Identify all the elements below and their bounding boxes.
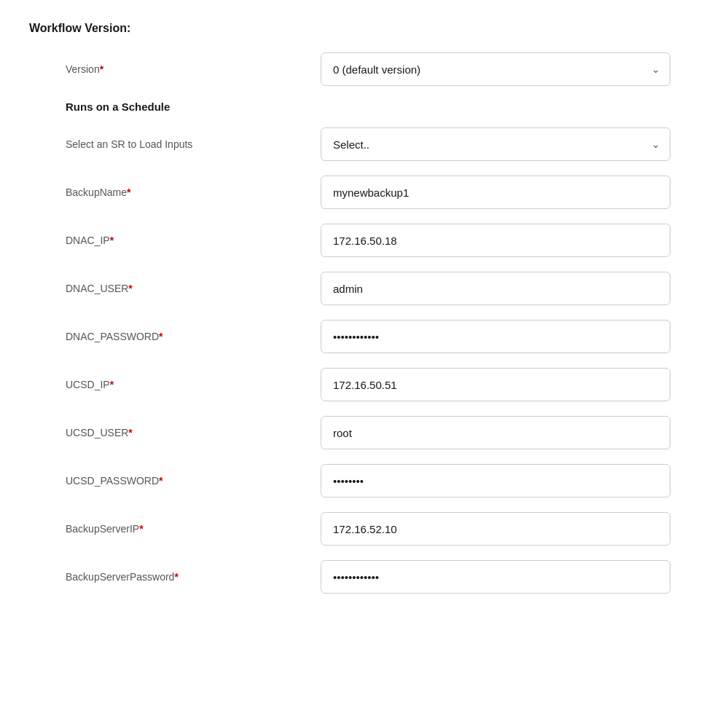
ucsd_password-input[interactable] (321, 464, 670, 497)
version-label: Version* (29, 63, 321, 75)
version-row: Version* 0 (default version) ⌄ (29, 52, 699, 86)
ucsd_user-input[interactable] (321, 416, 670, 449)
subsection-title: Runs on a Schedule (29, 101, 699, 113)
backup_name-label: BackupName* (29, 186, 321, 198)
ucsd_ip-required-star: * (110, 379, 114, 390)
select-sr-select-wrapper: Select.. ⌄ (321, 127, 670, 161)
select-sr-wrapper: Select.. ⌄ (321, 127, 670, 161)
dnac_ip-wrapper (321, 224, 670, 257)
dnac_ip-input[interactable] (321, 224, 670, 257)
select-sr-select[interactable]: Select.. (321, 127, 670, 161)
dnac_user-required-star: * (128, 283, 132, 294)
dnac_ip-label: DNAC_IP* (29, 235, 321, 246)
backup_server_ip-required-star: * (139, 523, 143, 535)
backup_server_password-label: BackupServerPassword* (29, 571, 321, 583)
dnac_user-label: DNAC_USER* (29, 283, 321, 294)
dnac_user-wrapper (321, 272, 670, 305)
ucsd_user-wrapper (321, 416, 670, 449)
dnac_password-required-star: * (159, 331, 163, 342)
dnac_password-label: DNAC_PASSWORD* (29, 331, 321, 342)
ucsd_password-required-star: * (159, 475, 163, 487)
version-required-star: * (100, 63, 103, 75)
dnac_password-wrapper (321, 320, 670, 353)
select-sr-row: Select an SR to Load Inputs Select.. ⌄ (29, 127, 699, 161)
backup_server_ip-label: BackupServerIP* (29, 523, 321, 535)
ucsd_user-required-star: * (128, 427, 132, 438)
ucsd_user-row: UCSD_USER* (29, 416, 699, 449)
dnac_user-row: DNAC_USER* (29, 272, 699, 305)
backup_server_password-wrapper (321, 560, 670, 594)
backup_name-row: BackupName* (29, 176, 699, 209)
ucsd_ip-row: UCSD_IP* (29, 368, 699, 401)
select-sr-label: Select an SR to Load Inputs (29, 138, 321, 150)
backup_server_password-required-star: * (174, 571, 178, 583)
backup_server_ip-wrapper (321, 512, 670, 546)
fields-container: BackupName*DNAC_IP*DNAC_USER*DNAC_PASSWO… (29, 176, 699, 594)
dnac_ip-row: DNAC_IP* (29, 224, 699, 257)
ucsd_password-label: UCSD_PASSWORD* (29, 475, 321, 487)
dnac_password-row: DNAC_PASSWORD* (29, 320, 699, 353)
dnac_user-input[interactable] (321, 272, 670, 305)
backup_name-input[interactable] (321, 176, 670, 209)
backup_server_password-row: BackupServerPassword* (29, 560, 699, 594)
backup_name-required-star: * (127, 186, 130, 198)
backup_server_password-input[interactable] (321, 560, 670, 594)
dnac_password-input[interactable] (321, 320, 670, 353)
ucsd_ip-label: UCSD_IP* (29, 379, 321, 390)
version-field-wrapper: 0 (default version) ⌄ (321, 52, 670, 86)
ucsd_user-label: UCSD_USER* (29, 427, 321, 438)
section-title: Workflow Version: (29, 22, 699, 35)
ucsd_password-row: UCSD_PASSWORD* (29, 464, 699, 497)
backup_name-wrapper (321, 176, 670, 209)
ucsd_ip-wrapper (321, 368, 670, 401)
ucsd_password-wrapper (321, 464, 670, 497)
version-select[interactable]: 0 (default version) (321, 52, 670, 86)
dnac_ip-required-star: * (110, 235, 114, 246)
backup_server_ip-input[interactable] (321, 512, 670, 546)
version-select-wrapper: 0 (default version) ⌄ (321, 52, 670, 86)
backup_server_ip-row: BackupServerIP* (29, 512, 699, 546)
ucsd_ip-input[interactable] (321, 368, 670, 401)
